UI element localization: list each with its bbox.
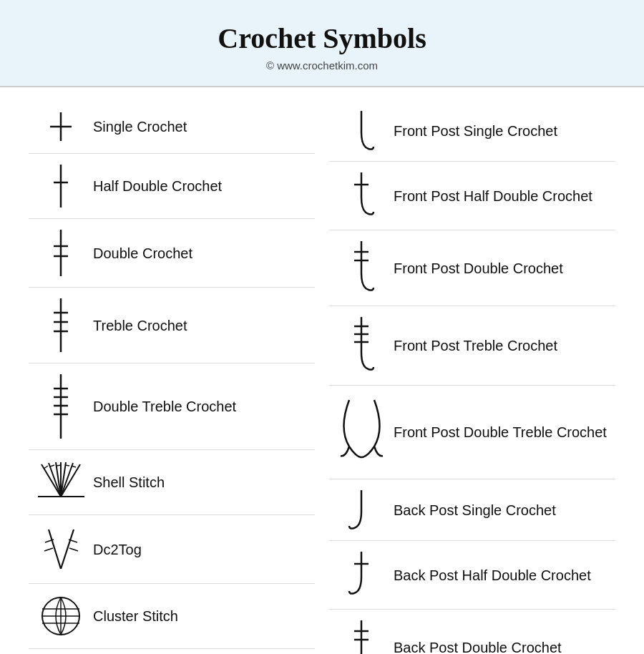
dc2tog-label: Dc2Tog — [93, 540, 142, 559]
list-item: Front Post Double Treble Crochet — [329, 387, 615, 477]
list-item: Shell Stitch — [29, 452, 315, 513]
page-title: Crochet Symbols — [14, 21, 630, 55]
back-post-half-double-crochet-label: Back Post Half Double Crochet — [394, 566, 591, 585]
front-post-single-crochet-icon — [329, 107, 394, 154]
copyright: © www.crochetkim.com — [14, 59, 630, 72]
right-column: Front Post Single Crochet Front Post Hal… — [322, 102, 623, 654]
front-post-single-crochet-label: Front Post Single Crochet — [394, 122, 557, 140]
svg-line-32 — [44, 548, 53, 551]
list-item: Back Post Single Crochet — [329, 481, 615, 539]
svg-line-27 — [65, 465, 69, 466]
front-post-double-treble-crochet-label: Front Post Double Treble Crochet — [394, 423, 607, 441]
list-item: Dc2Tog — [29, 517, 315, 582]
svg-line-24 — [44, 466, 48, 469]
svg-line-25 — [50, 465, 54, 467]
shell-stitch-icon — [29, 457, 93, 507]
back-post-single-crochet-icon — [329, 487, 394, 533]
cluster-stitch-label: Cluster Stitch — [93, 607, 178, 625]
list-item: Double Crochet — [29, 220, 315, 285]
list-item: Back Post Half Double Crochet — [329, 542, 615, 607]
list-item: Single Crochet — [29, 102, 315, 152]
svg-line-34 — [69, 548, 78, 551]
cluster-stitch-icon — [29, 591, 93, 641]
list-item: Treble Crochet — [29, 289, 315, 361]
list-item: Front Post Single Crochet — [329, 102, 615, 160]
list-item: Front Post Half Double Crochet — [329, 163, 615, 228]
back-post-single-crochet-label: Back Post Single Crochet — [394, 501, 556, 519]
list-item: Half Double Crochet — [29, 155, 315, 217]
front-post-treble-crochet-label: Front Post Treble Crochet — [394, 336, 557, 355]
front-post-double-treble-crochet-icon — [329, 393, 394, 472]
list-item: Front Post Double Crochet — [329, 232, 615, 304]
list-item: Double Treble Crochet — [29, 365, 315, 448]
treble-crochet-label: Treble Crochet — [93, 316, 187, 335]
double-crochet-icon — [29, 226, 93, 280]
single-crochet-label: Single Crochet — [93, 117, 187, 136]
back-post-half-double-crochet-icon — [329, 548, 394, 602]
double-treble-crochet-label: Double Treble Crochet — [93, 397, 236, 416]
list-item: Back Post Double Crochet — [329, 611, 615, 654]
page: Crochet Symbols © www.crochetkim.com Sin… — [0, 0, 644, 654]
left-column: Single Crochet Half Double Crochet — [21, 102, 322, 654]
svg-line-26 — [57, 465, 61, 466]
double-treble-crochet-icon — [29, 371, 93, 442]
front-post-half-double-crochet-label: Front Post Half Double Crochet — [394, 187, 592, 205]
header: Crochet Symbols © www.crochetkim.com — [0, 0, 644, 87]
front-post-double-crochet-label: Front Post Double Crochet — [394, 259, 563, 278]
treble-crochet-icon — [29, 295, 93, 356]
shell-stitch-label: Shell Stitch — [93, 473, 165, 492]
back-post-double-crochet-icon — [329, 617, 394, 654]
dc2tog-icon — [29, 522, 93, 576]
list-item: Puff Stitch — [29, 650, 315, 654]
front-post-double-crochet-icon — [329, 238, 394, 298]
back-post-double-crochet-label: Back Post Double Crochet — [394, 638, 562, 655]
list-item: Cluster Stitch — [29, 585, 315, 647]
double-crochet-label: Double Crochet — [93, 244, 192, 263]
half-double-crochet-label: Half Double Crochet — [93, 177, 222, 195]
list-item: Front Post Treble Crochet — [329, 308, 615, 384]
front-post-treble-crochet-icon — [329, 313, 394, 378]
front-post-half-double-crochet-icon — [329, 169, 394, 223]
single-crochet-icon — [29, 109, 93, 145]
half-double-crochet-icon — [29, 161, 93, 211]
content: Single Crochet Half Double Crochet — [0, 87, 644, 654]
